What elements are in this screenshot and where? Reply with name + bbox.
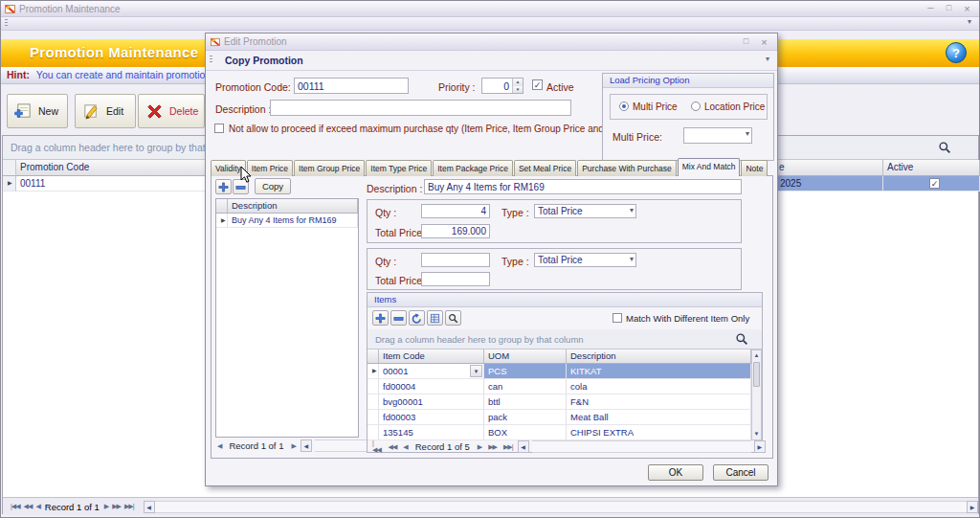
multi-price-radio[interactable]	[619, 101, 629, 111]
first-record-icon[interactable]	[9, 503, 22, 510]
item-cell-uom[interactable]: bttl	[484, 394, 567, 410]
item-cell-uom[interactable]: can	[484, 379, 567, 394]
items-prev-page-icon[interactable]	[387, 443, 399, 451]
priority-stepper[interactable]: 0 ▲▼	[481, 78, 523, 94]
tab-item-type-price[interactable]: Item Type Price	[366, 160, 432, 176]
items-last-record-icon[interactable]	[501, 443, 515, 451]
toolbar-overflow-icon[interactable]	[968, 17, 971, 26]
scroll-down-icon[interactable]: ▼	[752, 429, 761, 439]
hscroll-left-icon[interactable]	[144, 501, 155, 513]
undo-button[interactable]	[409, 310, 425, 326]
spin-up-icon[interactable]: ▲	[513, 79, 523, 86]
item-cell-code[interactable]: fd00004	[379, 379, 484, 394]
offers-hscroll-track[interactable]	[315, 439, 372, 452]
tab-mix-and-match[interactable]: Mix And Match	[678, 158, 741, 176]
prev-page-icon[interactable]	[22, 503, 34, 510]
max-qty-checkbox[interactable]	[214, 124, 224, 133]
active-row-checkbox[interactable]	[929, 178, 940, 189]
item-cell-code[interactable]: 135145	[379, 425, 484, 440]
toolbar-grip[interactable]	[5, 19, 8, 28]
tab-item-group-price[interactable]: Item Group Price	[294, 160, 365, 176]
location-price-radio[interactable]	[691, 101, 701, 111]
prev-record-icon[interactable]	[33, 503, 41, 510]
get-type-select[interactable]: Total Price	[534, 253, 636, 267]
active-checkbox[interactable]	[532, 79, 543, 90]
new-button[interactable]: New	[7, 94, 68, 128]
copy-offer-button[interactable]: Copy	[255, 178, 291, 194]
items-first-record-icon[interactable]	[370, 439, 384, 454]
items-vscrollbar[interactable]: ▲ ▼	[751, 349, 762, 440]
buy-total-price-field[interactable]: 169.000	[421, 224, 490, 238]
tab-purchase-with-purchase[interactable]: Purchase With Purchase	[577, 160, 677, 176]
copy-promotion-button[interactable]: Copy Promotion	[219, 54, 309, 67]
item-cell-code[interactable]: fd00003	[379, 410, 484, 425]
promotion-code-field[interactable]: 00111	[294, 78, 409, 94]
dialog-toolbar-overflow-icon[interactable]	[766, 55, 769, 63]
item-cell-uom[interactable]: BOX	[484, 425, 567, 440]
items-column-item-code[interactable]: Item Code	[379, 349, 484, 364]
cancel-button[interactable]: Cancel	[713, 464, 768, 481]
offer-row[interactable]: Buy Any 4 Items for RM169	[228, 214, 358, 228]
chevron-down-icon[interactable]: ▾	[470, 365, 482, 377]
scroll-up-icon[interactable]: ▲	[752, 350, 761, 361]
buy-type-select[interactable]: Total Price	[534, 204, 636, 218]
offer-column-description[interactable]: Description	[228, 199, 358, 214]
spin-down-icon[interactable]: ▼	[513, 86, 523, 94]
next-record-icon[interactable]	[102, 503, 110, 510]
close-icon[interactable]	[961, 3, 973, 14]
items-column-uom[interactable]: UOM	[484, 349, 567, 364]
find-item-button[interactable]	[445, 310, 461, 326]
add-item-button[interactable]	[372, 310, 389, 326]
tab-item-package-price[interactable]: Item Package Price	[433, 160, 513, 176]
search-icon[interactable]	[735, 332, 748, 346]
offers-hscroll-left-icon[interactable]	[301, 439, 312, 452]
help-icon[interactable]: ?	[946, 42, 967, 63]
item-cell-description[interactable]: Meat Ball	[567, 410, 751, 425]
hscroll-right-icon[interactable]	[967, 501, 978, 513]
buy-qty-field[interactable]: 4	[421, 204, 490, 218]
item-cell-description[interactable]: F&N	[567, 394, 751, 410]
items-hscroll-left-icon[interactable]	[518, 440, 529, 453]
item-cell-uom[interactable]: pack	[484, 410, 567, 425]
search-icon[interactable]	[938, 141, 951, 154]
tab-set-meal-price[interactable]: Set Meal Price	[514, 160, 576, 176]
mix-description-field[interactable]: Buy Any 4 Items for RM169	[424, 179, 742, 194]
item-cell-description[interactable]: KITKAT	[567, 364, 751, 379]
item-cell-description[interactable]: cola	[567, 379, 751, 394]
item-cell-code[interactable]: bvg00001	[379, 394, 484, 410]
items-next-page-icon[interactable]	[486, 443, 499, 451]
edit-button[interactable]: Edit	[75, 94, 136, 128]
dialog-maximize-icon[interactable]	[740, 36, 752, 48]
items-hscroll-right-icon[interactable]	[754, 440, 766, 453]
column-header-active[interactable]: Active	[883, 160, 980, 176]
priority-spinner[interactable]: ▲▼	[512, 79, 523, 93]
dialog-close-icon[interactable]	[758, 36, 770, 48]
get-qty-field[interactable]	[421, 253, 490, 267]
item-cell-code[interactable]: 00001▾	[379, 364, 484, 379]
tab-note[interactable]: Note	[741, 160, 768, 176]
item-cell-uom[interactable]: PCS	[484, 364, 567, 379]
dialog-toolbar-grip[interactable]	[210, 56, 212, 64]
offers-prev-record-icon[interactable]	[215, 442, 223, 450]
maximize-icon[interactable]	[943, 3, 955, 14]
items-group-by-panel[interactable]: Drag a column header here to group by th…	[368, 329, 762, 349]
match-different-item-checkbox[interactable]	[612, 313, 622, 323]
scroll-thumb[interactable]	[753, 362, 760, 387]
multi-price-select[interactable]	[683, 127, 752, 144]
items-next-record-icon[interactable]	[476, 443, 483, 451]
remove-item-button[interactable]	[390, 310, 407, 326]
ok-button[interactable]: OK	[648, 464, 703, 481]
items-prev-record-icon[interactable]	[401, 443, 409, 451]
next-page-icon[interactable]	[110, 503, 122, 510]
add-offer-button[interactable]	[215, 179, 232, 194]
items-hscroll-track[interactable]	[532, 440, 751, 453]
minimize-icon[interactable]	[924, 3, 937, 14]
hscroll-track[interactable]	[155, 501, 967, 513]
item-cell-description[interactable]: CHIPSI EXTRA	[567, 425, 751, 440]
column-chooser-button[interactable]	[427, 310, 443, 326]
items-column-description[interactable]: Description	[567, 349, 751, 364]
cell-active[interactable]	[883, 176, 980, 191]
get-total-price-field[interactable]	[421, 272, 490, 286]
delete-button[interactable]: Delete	[138, 94, 205, 128]
tab-item-price[interactable]: Item Price	[247, 160, 293, 176]
